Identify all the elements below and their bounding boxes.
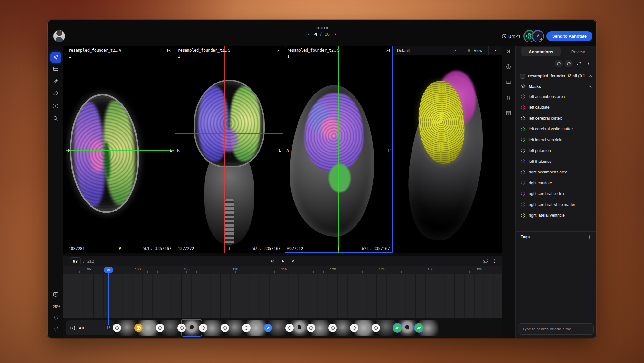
viewport-maximize-button[interactable] bbox=[385, 48, 390, 53]
play-button[interactable] bbox=[280, 259, 285, 264]
mask-item[interactable]: left cerebral cortex bbox=[516, 113, 596, 124]
select-tool-button[interactable] bbox=[50, 52, 61, 63]
mask-item[interactable]: right accumbens area bbox=[516, 167, 596, 178]
mask-item[interactable]: right lateral ventricle bbox=[516, 210, 596, 221]
adjustments-button[interactable] bbox=[506, 95, 511, 101]
filmstrip-thumbnail[interactable]: JP bbox=[397, 320, 417, 336]
filmstrip-thumbnail[interactable] bbox=[289, 320, 309, 336]
mask-star-icon bbox=[521, 94, 526, 99]
circle-icon bbox=[556, 61, 561, 66]
filmstrip-thumbnail[interactable] bbox=[311, 320, 331, 336]
viewport-axial[interactable]: resampled_founder_t2… 1 A P R L 108/281 … bbox=[66, 46, 174, 253]
pen-tool-button[interactable] bbox=[53, 78, 59, 84]
viewport-maximize-button[interactable] bbox=[167, 48, 172, 53]
mask-item[interactable]: right cerebral white matter bbox=[516, 199, 596, 210]
ruler-label: 135 bbox=[476, 267, 482, 271]
filmstrip-thumbnail[interactable] bbox=[246, 320, 266, 336]
undo-button[interactable] bbox=[53, 315, 59, 320]
viewport-sagittal[interactable]: resampled_founder_t2… 1 S I A P 097/212 … bbox=[285, 46, 393, 253]
viewport-maximize-button[interactable] bbox=[489, 46, 502, 55]
annotate-tool-button[interactable] bbox=[532, 31, 543, 42]
redo-button[interactable] bbox=[53, 326, 59, 331]
viewport-3d[interactable]: Default View bbox=[394, 46, 502, 253]
shortcuts-button[interactable] bbox=[506, 79, 511, 85]
loop-button[interactable] bbox=[483, 259, 488, 264]
tags-section-header[interactable]: Tags bbox=[516, 231, 596, 242]
orientation-left: R bbox=[68, 148, 70, 152]
send-to-annotate-button[interactable]: Send to Annotate bbox=[546, 31, 592, 41]
tab-annotations[interactable]: Annotations bbox=[521, 47, 561, 56]
filmstrip-thumbnail[interactable] bbox=[203, 320, 223, 336]
magnifier-icon bbox=[53, 115, 59, 121]
ruler-label: 130 bbox=[428, 267, 433, 271]
filmstrip-thumbnail[interactable] bbox=[117, 320, 137, 336]
filmstrip-thumbnail[interactable] bbox=[376, 320, 396, 336]
filmstrip-thumbnail[interactable] bbox=[182, 320, 202, 336]
crosshair-vertical-green[interactable] bbox=[338, 46, 339, 253]
skip-back-button[interactable] bbox=[270, 259, 275, 264]
file-checkbox[interactable] bbox=[520, 74, 525, 79]
skip-forward-button[interactable] bbox=[290, 259, 295, 264]
playhead[interactable]: 97 bbox=[104, 267, 113, 273]
series-number: 1 bbox=[287, 54, 289, 59]
mask-item[interactable]: left lateral ventricle bbox=[516, 134, 596, 145]
viewport-coronal[interactable]: resampled_founder_t2… 1 S I R L 137/272 … bbox=[175, 46, 283, 253]
next-task-button[interactable] bbox=[333, 32, 337, 36]
masks-section-header[interactable]: Masks bbox=[516, 82, 596, 91]
filmstrip-thumbnail[interactable] bbox=[354, 320, 374, 336]
mask-item[interactable]: left thalamus bbox=[516, 156, 596, 167]
brush-tool-button[interactable] bbox=[53, 91, 59, 96]
collapse-panel-button[interactable] bbox=[506, 48, 511, 54]
timeline-menu-button[interactable] bbox=[492, 259, 497, 264]
mask-item[interactable]: right cerebral cortex bbox=[516, 189, 596, 200]
filmstrip-thumbnail[interactable] bbox=[160, 320, 180, 336]
info-button[interactable] bbox=[506, 64, 511, 70]
mask-item[interactable]: right caudate bbox=[516, 178, 596, 189]
user-avatar[interactable] bbox=[53, 30, 65, 42]
crosshair-horizontal-green[interactable] bbox=[66, 150, 174, 151]
not-started-icon bbox=[287, 326, 292, 330]
clock-icon bbox=[501, 34, 507, 39]
layout-tool-button[interactable] bbox=[53, 66, 59, 72]
timeline-track[interactable] bbox=[63, 274, 502, 318]
monitor-icon bbox=[385, 48, 390, 53]
sort-icon[interactable] bbox=[588, 235, 592, 239]
filmstrip-thumbnail[interactable] bbox=[138, 320, 158, 336]
current-frame-input[interactable]: 97 bbox=[70, 257, 81, 265]
prev-task-button[interactable] bbox=[307, 32, 311, 36]
show-all-button[interactable] bbox=[555, 60, 563, 67]
mask-item[interactable]: left caudate bbox=[516, 102, 596, 113]
expand-panel-button[interactable] bbox=[575, 60, 582, 67]
panel-menu-button[interactable] bbox=[585, 60, 592, 67]
crosshair-vertical-red[interactable] bbox=[116, 46, 116, 253]
filmstrip-thumbnail[interactable] bbox=[333, 320, 353, 336]
crosshair-horizontal-blue[interactable] bbox=[175, 133, 283, 134]
chevron-up-icon[interactable] bbox=[588, 84, 592, 89]
window-level-indicator: W/L: 335/167 bbox=[362, 246, 390, 251]
zoom-tool-button[interactable] bbox=[53, 115, 59, 121]
viewport-maximize-button[interactable] bbox=[276, 48, 281, 53]
mask-item[interactable]: left cerebral white matter bbox=[516, 124, 596, 135]
chevron-up-icon[interactable] bbox=[588, 74, 592, 78]
render-preset-select[interactable]: Default bbox=[394, 46, 460, 55]
hide-all-button[interactable] bbox=[565, 60, 573, 67]
timeline-ruler[interactable]: 9510010511011512012513013597 bbox=[63, 266, 502, 274]
filmstrip-thumbnail[interactable] bbox=[225, 320, 245, 336]
mask-item[interactable]: left putamen bbox=[516, 145, 596, 156]
tab-review[interactable]: Review bbox=[566, 47, 590, 56]
ruler-tick bbox=[323, 271, 324, 273]
crosshair-tool-button[interactable] bbox=[53, 103, 59, 109]
crosshair-vertical-red[interactable] bbox=[224, 46, 225, 253]
tag-search-input[interactable] bbox=[518, 323, 594, 335]
layout-settings-button[interactable] bbox=[506, 110, 511, 116]
mask-item[interactable]: left accumbens area bbox=[516, 91, 596, 102]
filter-all-button[interactable]: All 16 bbox=[66, 320, 114, 335]
crosshair-horizontal-blue[interactable] bbox=[285, 137, 393, 137]
filmstrip-thumbnail[interactable]: JP bbox=[419, 320, 439, 336]
view-options-button[interactable]: View bbox=[460, 46, 489, 55]
not-started-icon bbox=[330, 326, 335, 330]
help-button[interactable] bbox=[53, 292, 59, 298]
kebab-menu-icon bbox=[586, 61, 591, 66]
filmstrip-thumbnail[interactable] bbox=[268, 320, 288, 336]
series-file-row[interactable]: resampled_founder_t2.nii (0.1) bbox=[516, 71, 596, 81]
